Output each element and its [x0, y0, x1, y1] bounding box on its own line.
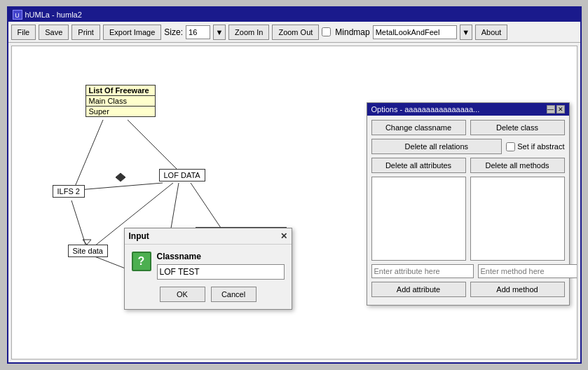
window-title: hUMLa - humla2 [25, 11, 82, 19]
change-classname-btn[interactable]: Change classname [371, 120, 466, 135]
method-input[interactable] [478, 264, 577, 278]
site-data-node[interactable]: Site data [68, 245, 108, 257]
options-dialog-content: Change classname Delete class Delete all… [367, 116, 569, 305]
options-input-row [371, 264, 565, 278]
options-row-2: Delete all relations Set if abstract [371, 139, 565, 154]
svg-line-2 [78, 183, 163, 190]
app-icon: U [13, 10, 22, 20]
size-label: Size: [164, 27, 183, 37]
options-row-1: Change classname Delete class [371, 120, 565, 135]
delete-all-relations-btn[interactable]: Delete all relations [371, 139, 502, 154]
delete-all-attributes-btn[interactable]: Delete all attributes [371, 158, 466, 173]
svg-marker-6 [83, 240, 91, 245]
options-close-btn[interactable]: ✕ [556, 105, 565, 114]
svg-line-5 [71, 200, 86, 245]
options-dialog-title: Options - aaaaaaaaaaaaaaaa... [371, 105, 480, 114]
mindmap-checkbox[interactable] [322, 27, 331, 36]
options-dialog-controls: — ✕ [547, 105, 565, 114]
look-feel-input[interactable] [373, 25, 457, 39]
input-dialog-right: Classname [157, 252, 285, 287]
options-dialog-title-bar: Options - aaaaaaaaaaaaaaaa... — ✕ [367, 103, 569, 116]
input-dialog-title-text: Input [129, 231, 149, 241]
title-bar: U hUMLa - humla2 [8, 8, 580, 22]
input-dialog-content: ? Classname OK Cancel [125, 245, 292, 309]
options-row-4: Add attribute Add method [371, 282, 565, 297]
set-if-abstract-label: Set if abstract [517, 142, 564, 151]
node-sub-lof: Super [86, 106, 155, 116]
zoom-in-button[interactable]: Zoom In [228, 25, 269, 40]
size-dropdown-btn[interactable]: ▼ [213, 25, 226, 40]
methods-list[interactable] [470, 177, 565, 261]
input-dialog-close-btn[interactable]: ✕ [280, 231, 287, 241]
ok-button[interactable]: OK [160, 287, 205, 302]
toolbar: File Save Print Export Image Size: ▼ Zoo… [8, 22, 580, 43]
mindmap-label: Mindmap [335, 27, 369, 37]
lof-data-label: LOF DATA [164, 171, 200, 179]
about-button[interactable]: About [475, 25, 508, 40]
set-if-abstract-checkbox[interactable] [506, 142, 515, 151]
input-dialog: Input ✕ ? Classname OK Cancel [124, 228, 292, 310]
options-dialog: Options - aaaaaaaaaaaaaaaa... — ✕ Change… [367, 102, 570, 306]
ilfs2-label: ILFS 2 [57, 187, 80, 196]
options-minimize-btn[interactable]: — [547, 105, 555, 114]
add-method-btn[interactable]: Add method [470, 282, 565, 297]
svg-line-0 [128, 120, 180, 172]
classname-label: Classname [157, 252, 285, 261]
delete-all-methods-btn[interactable]: Delete all methods [470, 158, 565, 173]
delete-class-btn[interactable]: Delete class [470, 120, 565, 135]
set-if-abstract-container: Set if abstract [506, 142, 564, 151]
file-button[interactable]: File [11, 25, 36, 40]
export-image-button[interactable]: Export Image [103, 25, 161, 40]
svg-line-1 [75, 120, 103, 186]
attribute-input[interactable] [371, 264, 474, 278]
svg-line-7 [191, 183, 222, 230]
attributes-list[interactable] [371, 177, 466, 261]
canvas-area: List Of Freeware Main Class Super LOF DA… [11, 46, 577, 359]
ilfs2-node[interactable]: ILFS 2 [53, 185, 85, 198]
input-dialog-buttons: OK Cancel [132, 287, 285, 302]
node-main-lof: Main Class [86, 96, 155, 106]
input-dialog-main-row: ? Classname [132, 252, 285, 287]
zoom-out-button[interactable]: Zoom Out [272, 25, 319, 40]
print-button[interactable]: Print [71, 25, 100, 40]
cancel-button[interactable]: Cancel [211, 287, 257, 302]
input-dialog-title-bar: Input ✕ [125, 228, 292, 245]
size-input[interactable] [186, 25, 210, 39]
list-of-freeware-node[interactable]: List Of Freeware Main Class Super [86, 85, 156, 117]
save-button[interactable]: Save [39, 25, 69, 40]
svg-marker-11 [116, 173, 125, 181]
add-attribute-btn[interactable]: Add attribute [371, 282, 466, 297]
question-icon: ? [132, 252, 151, 271]
look-feel-dropdown-btn[interactable]: ▼ [460, 25, 472, 40]
main-area: List Of Freeware Main Class Super LOF DA… [8, 43, 580, 362]
main-window: U hUMLa - humla2 File Save Print Export … [7, 6, 582, 364]
options-lists [371, 177, 565, 261]
node-name-lof: List Of Freeware [86, 85, 155, 96]
site-data-label: Site data [73, 247, 103, 255]
classname-input[interactable] [157, 264, 285, 280]
lof-data-node[interactable]: LOF DATA [159, 169, 205, 181]
options-row-3: Delete all attributes Delete all methods [371, 158, 565, 173]
